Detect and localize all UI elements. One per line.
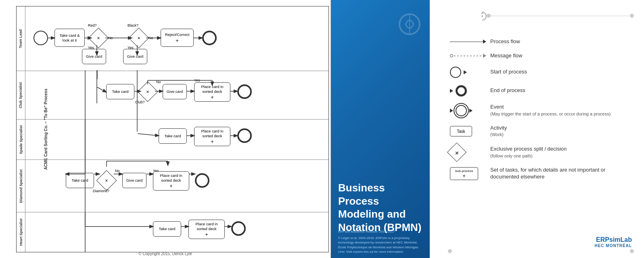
refresh-icon: [476, 10, 488, 24]
legend-process-flow: Process flow: [450, 38, 632, 45]
legend-end: End of process: [450, 85, 632, 96]
erpsim-logo-sub: HEC MONTRÉAL: [594, 243, 632, 248]
lane-diamond: Diamond Specialist Take card × Diamond? …: [17, 160, 328, 212]
legend-start-label: Start of process: [490, 69, 527, 76]
legend-end-label: End of process: [490, 87, 525, 94]
label-red: Red?: [88, 23, 97, 27]
label-no-diamond: No: [115, 169, 120, 173]
task-take-card-club: Take card: [106, 84, 134, 99]
start-symbol: [450, 67, 490, 78]
lane-club-label: Club Specialist: [19, 82, 23, 108]
erpsim-desc: © Léger et al. 2004-2016. ERPsim is a pr…: [338, 236, 422, 254]
end-event-4: [195, 173, 209, 188]
legend-start: Start of process: [450, 67, 632, 78]
task-reject-correct: Reject/Correct +: [161, 29, 194, 47]
label-no-1: No: [108, 36, 113, 40]
legend-items: Process flow Message flow: [450, 38, 632, 180]
diamond-black: ×: [132, 31, 146, 45]
task-give-card-1: Give card: [82, 49, 106, 64]
end-event-3: [237, 128, 252, 143]
end-event-2: [237, 84, 252, 99]
erpsim-logo-text: ERPsimLab: [594, 236, 632, 243]
main-container: ACME Card Sorting Co. – "To Be" Process …: [0, 0, 644, 258]
copyright: © Copyright 2015, Derick Lyle: [138, 252, 192, 256]
bottom-dot-left: [448, 249, 452, 253]
task-take-card-heart: Take card: [153, 221, 181, 237]
diamond-club: ×: [140, 84, 155, 99]
task-place-sorted-club: Place card in sorted deck +: [194, 82, 230, 102]
top-dot-left: [487, 14, 491, 18]
label-no-2: No: [148, 36, 153, 40]
legend-decision-label: Exclusive process split / decision (foll…: [490, 146, 567, 159]
task-place-sorted-diamond: Place card in sorted deck +: [153, 171, 189, 191]
legend-panel: Process flow Message flow: [430, 0, 644, 258]
legend-task-box: Task: [450, 126, 472, 136]
task-take-card-spade: Take card: [159, 128, 187, 144]
legend-event-label: Event (May trigger the start of a proces…: [490, 104, 611, 117]
legend-process-flow-label: Process flow: [490, 38, 520, 45]
legend-decision: × Exclusive process split / decision (fo…: [450, 145, 632, 159]
bottom-dot-right: [630, 249, 634, 253]
lane-club: Club Specialist Take card × Club? Give c…: [17, 71, 328, 120]
label-club: Club?: [135, 100, 145, 104]
top-dot-right: [630, 14, 634, 18]
diagram-section: ACME Card Sorting Co. – "To Be" Process …: [0, 0, 331, 258]
task-give-card-2: Give card: [123, 49, 147, 64]
label-diamond: Diamond?: [93, 189, 109, 193]
label-black: Black?: [128, 23, 138, 27]
task-place-sorted-spade: Place card in sorted deck +: [194, 127, 230, 146]
legend-activity: Task Activity (Work): [450, 125, 632, 138]
label-yes-1: Yes: [88, 46, 94, 50]
diamond-diamond: ×: [99, 173, 114, 188]
end-symbol: [450, 85, 490, 96]
legend-message-flow: Message flow: [450, 52, 632, 59]
diamond-red: ×: [91, 31, 106, 45]
legend-activity-label: Activity (Work): [490, 125, 507, 138]
lane-diamond-label: Diamond Specialist: [19, 169, 23, 203]
task-place-sorted-heart: Place card in sorted deck +: [188, 220, 225, 239]
end-event-5: [231, 221, 246, 236]
start-event-1: [33, 31, 48, 45]
bpmn-canvas: ACME Card Sorting Co. – "To Be" Process …: [16, 6, 329, 252]
label-yes-2: Yes: [128, 46, 134, 50]
message-flow-symbol: [450, 54, 490, 58]
legend-message-flow-label: Message flow: [490, 52, 522, 59]
lane-spade-label: Spade Specialist: [19, 125, 23, 154]
label-no-club: No: [156, 80, 161, 84]
task-take-card-diamond: Take card: [66, 173, 94, 188]
subprocess-symbol: Sub-process +: [450, 167, 490, 180]
task-take-card-look: Take card & look at it: [54, 29, 85, 47]
process-flow-symbol: [450, 40, 490, 44]
task-give-card-3: Give card: [163, 84, 187, 99]
watermark: [397, 12, 422, 38]
legend-event: Event (May trigger the start of a proces…: [450, 104, 632, 117]
decision-symbol: ×: [450, 145, 490, 159]
legend-subprocess-label: Set of tasks, for which details are not …: [490, 167, 632, 180]
lane-heart-label: Heart Specialist: [19, 218, 23, 246]
lane-team-lead: Team Lead Take card & look at it × Red?: [17, 6, 328, 71]
lane-heart: Heart Specialist Take card Place card in…: [17, 212, 328, 252]
event-symbol: [450, 105, 490, 116]
svg-point-41: [481, 15, 483, 17]
erpsim-credit: ERPsim Academic Release: 2016-2017: [338, 229, 422, 234]
lane-team-lead-label: Team Lead: [19, 29, 23, 48]
top-line: [488, 16, 629, 16]
blue-panel: Business Process Modeling and Notation (…: [331, 0, 430, 258]
erpsim-logo: ERPsimLab HEC MONTRÉAL: [594, 236, 632, 248]
lane-spade: Spade Specialist Take card Place card in…: [17, 120, 328, 160]
legend-subprocess: Sub-process + Set of tasks, for which de…: [450, 167, 632, 180]
label-yes-club: Yes: [194, 78, 200, 82]
legend-subprocess-box: Sub-process +: [450, 167, 478, 180]
task-give-card-5: Give card: [122, 173, 146, 188]
activity-symbol: Task: [450, 126, 490, 136]
end-event-1: [202, 31, 217, 45]
